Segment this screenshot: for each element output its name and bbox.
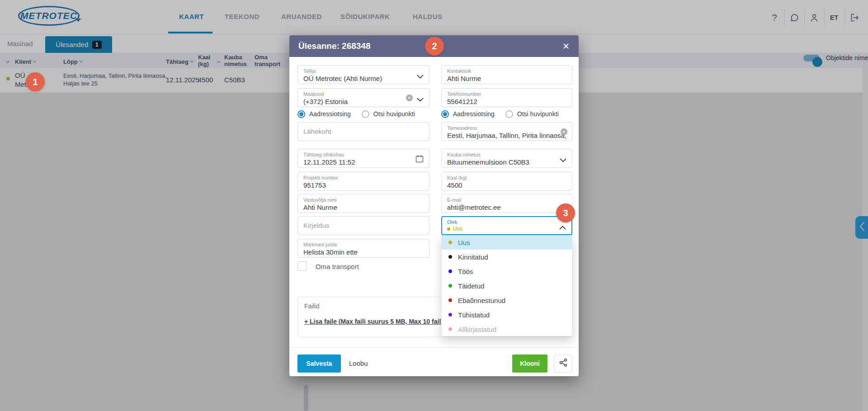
status-dot: [448, 313, 452, 317]
olek-option-taidetud[interactable]: Täidetud: [442, 279, 572, 293]
loobu-button[interactable]: Loobu: [349, 359, 368, 367]
chevron-down-icon[interactable]: [560, 156, 566, 164]
projekti-number-field[interactable]: Projekti number 951753: [297, 172, 429, 191]
origin-search-mode-group: Aadressiotsing Otsi huvipunkti: [297, 109, 426, 118]
add-files-link[interactable]: + Lisa faile (Max faili suurus 5 MB, Max…: [304, 318, 445, 325]
tarneaadress-input[interactable]: Tarneaadress Eesti, Harjumaa, Tallinn, P…: [441, 122, 572, 141]
app-screen: METROTEC KAART TEEKOND ARUANDED SÕIDUKIP…: [0, 0, 868, 411]
olek-option-uus[interactable]: Uus: [442, 235, 572, 250]
status-dot: [448, 298, 452, 302]
clear-icon[interactable]: ✕: [406, 94, 413, 101]
status-dot: [448, 327, 452, 331]
status-dot: [448, 241, 452, 244]
chevron-down-icon[interactable]: [417, 95, 424, 104]
olek-option-toos[interactable]: Töös: [442, 264, 572, 279]
olek-select[interactable]: Olek Uus: [441, 216, 572, 235]
radio-aadressiotsing-left[interactable]: [297, 110, 305, 118]
vastuvotja-nimi-field[interactable]: Vastuvõtja nimi Ahti Nurme: [297, 194, 429, 213]
olek-option-tuhistatud[interactable]: Tühistatud: [442, 307, 572, 322]
share-icon: [559, 358, 568, 369]
tellija-select[interactable]: Tellija OÜ Metrotec (Ahti Nurme): [297, 65, 429, 84]
oma-transport-label: Oma transport: [316, 263, 359, 270]
tahtaeg-sihtkohas-input[interactable]: Tähtaeg sihtkohas 12.11.2025 11:52: [297, 149, 429, 168]
olek-option-kinnitatud[interactable]: Kinnitatud: [442, 250, 572, 264]
klooni-button[interactable]: Klooni: [512, 354, 547, 373]
olek-value-dot: [447, 227, 450, 231]
olek-option-ebaonnestunud[interactable]: Ebaõnnestunud: [442, 293, 572, 307]
status-dot: [448, 269, 452, 273]
chevron-down-icon[interactable]: [417, 72, 424, 80]
radio-otsi-huvipunkti-right[interactable]: [505, 110, 513, 118]
share-route-button[interactable]: [554, 354, 572, 373]
radio-otsi-huvipunkti-left[interactable]: [362, 110, 369, 118]
kauba-nimetus-select[interactable]: Kauba nimetus Bituumenemulsioon C50B3: [441, 149, 572, 168]
email-field[interactable]: E-mail ahti@metrotec.ee: [441, 194, 572, 213]
annotation-badge-3: 3: [556, 203, 575, 222]
status-dot: [448, 255, 452, 259]
files-label: Failid: [304, 302, 319, 310]
kaal-kg-field[interactable]: Kaal (kg) 4500: [441, 172, 572, 191]
chevron-up-icon[interactable]: [559, 223, 566, 231]
oma-transport-checkbox[interactable]: [297, 261, 307, 271]
destination-search-mode-group: Aadressiotsing Otsi huvipunkti: [441, 109, 570, 118]
salvesta-button[interactable]: Salvesta: [297, 354, 341, 373]
clear-icon[interactable]: ✕: [561, 128, 567, 135]
kontaktisik-field[interactable]: Kontaktisik Ahti Nurme: [441, 65, 572, 84]
olek-dropdown: Uus Kinnitatud Töös Täidetud Ebaõnnestun…: [441, 235, 572, 336]
radio-aadressiotsing-right[interactable]: [441, 110, 449, 118]
task-modal: Ülesanne: 268348 ✕ Tellija OÜ Metrotec (…: [289, 35, 579, 376]
kirjeldus-input[interactable]: Kirjeldus: [297, 216, 429, 235]
olek-option-allkirjastatud[interactable]: Allkirjastatud: [442, 322, 572, 336]
footer-divider: [289, 347, 579, 348]
lahekoht-input[interactable]: Lähekoht: [297, 122, 429, 141]
status-dot: [448, 284, 452, 288]
telefoninumber-field[interactable]: Telefoninumber 55641212: [441, 88, 572, 107]
annotation-badge-2: 2: [425, 37, 444, 56]
modal-title: Ülesanne: 268348: [298, 41, 371, 51]
close-icon[interactable]: ✕: [561, 40, 571, 52]
maakood-select[interactable]: Maakood (+372) Estonia ✕: [297, 88, 429, 107]
calendar-icon[interactable]: [415, 155, 424, 165]
markmed-juhile-field[interactable]: Märkmed juhile Helista 30min ette: [297, 239, 429, 258]
annotation-badge-1: 1: [26, 72, 45, 91]
